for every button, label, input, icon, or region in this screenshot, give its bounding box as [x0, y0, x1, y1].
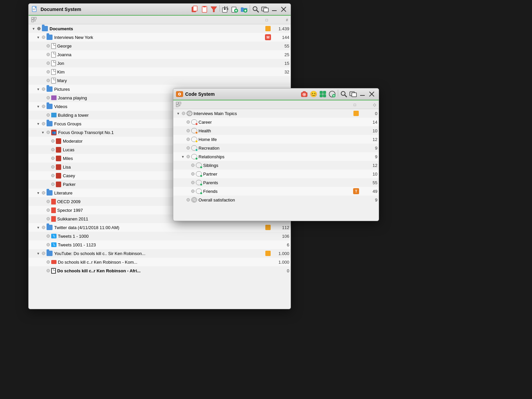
label-tweets1: Tweets 1 - 1000 [58, 234, 265, 239]
label-overall-satisfaction: Overall satisfaction [199, 198, 353, 202]
tree-item-mary[interactable]: Mary [29, 76, 291, 85]
expander-relationships[interactable] [181, 154, 185, 159]
expander-literature[interactable] [36, 191, 41, 195]
count-parents: 55 [361, 180, 377, 185]
expander-documents[interactable] [31, 26, 36, 31]
collapse-all-btn[interactable] [31, 17, 39, 23]
tree-item-yt2[interactable]: Do schools kill c..r Ken Robinson - Afri… [29, 266, 291, 275]
expander-interviews-main[interactable] [176, 111, 181, 116]
col-header-hash: # [271, 18, 288, 22]
tree-item-george[interactable]: George 55 [29, 42, 291, 50]
svg-rect-45 [176, 102, 178, 104]
svg-point-30 [304, 94, 305, 95]
doc-btn-filter[interactable] [209, 5, 218, 14]
expander-ny[interactable] [36, 35, 41, 40]
code-collapse-all-btn[interactable] [176, 102, 184, 108]
tree-item-health[interactable]: Health 10 [173, 126, 379, 135]
code-btn-emoji[interactable]: 😊 [309, 90, 318, 98]
code-btn-close[interactable] [367, 90, 376, 98]
dot-partner [191, 172, 195, 176]
tree-item-partner[interactable]: Partner 10 [173, 170, 379, 178]
dot-fg-transcript [47, 131, 50, 134]
expander-fg-transcript[interactable] [41, 130, 45, 135]
code-btn-add-circle[interactable] [328, 90, 336, 98]
expander-videos[interactable] [36, 104, 41, 109]
label-kim: Kim [57, 69, 265, 74]
code-btn-minimize[interactable] [358, 90, 367, 98]
folder-icon-videos [47, 104, 53, 109]
svg-rect-16 [264, 8, 268, 12]
tree-item-career[interactable]: Career 14 [173, 118, 379, 126]
tree-item-relationships[interactable]: Relationships 9 [173, 152, 379, 161]
tree-item-interviews-main[interactable]: Interviews Main Topics 0 [173, 109, 379, 118]
doc-icon-mary [51, 78, 56, 83]
tree-item-twitter[interactable]: Twitter data (4/11/2018 11:00 AM) 112 [29, 223, 291, 232]
code-btn-search[interactable] [339, 90, 348, 98]
tree-item-home-life[interactable]: Home life 12 [173, 135, 379, 144]
doc-col-header: □ # [29, 16, 291, 24]
doc-btn-minimize[interactable] [270, 5, 279, 14]
expander-twitter[interactable] [36, 225, 41, 230]
dot-documents [37, 27, 41, 30]
dot-yt1 [47, 260, 50, 264]
doc-btn-import[interactable] [221, 5, 230, 14]
tree-item-documents[interactable]: Documents 1.439 [29, 24, 291, 33]
doc-btn-new[interactable] [230, 5, 239, 14]
doc-btn-restore[interactable] [261, 5, 269, 14]
folder-icon-pictures [47, 86, 53, 92]
tree-item-ny[interactable]: Interviews New York M 144 [29, 33, 291, 42]
dot-moderator [51, 139, 55, 143]
svg-rect-2 [33, 9, 36, 9]
code-btn-restore[interactable] [349, 90, 357, 98]
fg-doc-icon: 👥 [51, 130, 57, 135]
doc-btn-paste[interactable] [200, 5, 209, 14]
code-toolbar-sep [338, 90, 338, 96]
svg-rect-22 [32, 20, 34, 22]
label-twitter: Twitter data (4/11/2018 11:00 AM) [54, 225, 265, 230]
folder-icon-youtube [47, 251, 53, 256]
tree-item-overall-satisfaction[interactable]: Overall satisfaction 9 [173, 196, 379, 204]
tree-item-recreation[interactable]: Recreation 9 [173, 144, 379, 152]
doc-btn-close[interactable] [279, 5, 288, 14]
count-documents: 1.439 [273, 26, 289, 31]
code-btn-grid[interactable] [319, 90, 327, 98]
tree-item-parents[interactable]: Parents 55 [173, 178, 379, 187]
tree-item-yt1[interactable]: Do schools kill c..r Ken Robinson - Kom.… [29, 258, 291, 266]
code-btn-camera[interactable] [300, 90, 309, 98]
tree-item-youtube[interactable]: YouTube: Do schools kill c.. Sir Ken Rob… [29, 249, 291, 258]
doc-btn-search[interactable] [251, 5, 260, 14]
tree-item-tweets2[interactable]: 𝕏 Tweets 1001 - 1123 6 [29, 240, 291, 249]
expander-youtube[interactable] [36, 251, 41, 256]
label-siblings: Siblings [203, 163, 353, 168]
folder-icon-ny [47, 35, 53, 40]
dot-interviews-main [182, 112, 185, 115]
tree-item-kim[interactable]: Kim 32 [29, 67, 291, 76]
label-joanna: Joanna [57, 52, 265, 57]
dot-lisa [51, 165, 55, 169]
code-icon-recreation [191, 145, 197, 151]
doc-btn-copy[interactable] [191, 5, 200, 14]
svg-rect-41 [352, 93, 356, 97]
twitter-icon-tweets2: 𝕏 [51, 242, 57, 247]
doc-btn-folder-new[interactable] [240, 5, 248, 14]
doc-icon-kim [51, 69, 56, 75]
svg-rect-31 [303, 91, 306, 93]
dot-mary [47, 79, 50, 82]
count-joanna: 25 [273, 52, 289, 57]
tree-item-jon[interactable]: Jon 15 [29, 59, 291, 67]
tree-item-siblings[interactable]: Siblings 12 [173, 161, 379, 170]
svg-rect-33 [323, 91, 326, 94]
tree-item-tweets1[interactable]: 𝕏 Tweets 1 - 1000 106 [29, 232, 291, 240]
dot-twitter [42, 226, 45, 229]
expander-pictures[interactable] [36, 87, 41, 91]
expander-focus-groups[interactable] [36, 121, 41, 126]
tree-item-joanna[interactable]: Joanna 25 [29, 50, 291, 59]
person-icon-lisa [56, 164, 61, 170]
person-icon-miles [56, 156, 61, 161]
tree-item-friends[interactable]: Friends T 49 [173, 187, 379, 196]
pdf-icon-oecd [51, 199, 56, 204]
dot-casey [51, 174, 55, 177]
dot-suikkanen [47, 217, 50, 220]
badge-interviews-main [353, 110, 359, 116]
svg-rect-20 [32, 17, 34, 19]
